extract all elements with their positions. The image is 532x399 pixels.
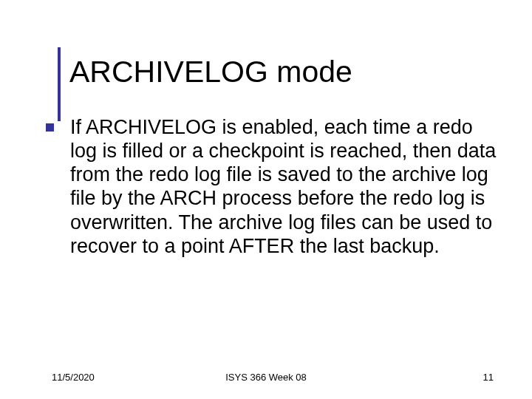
footer-course: ISYS 366 Week 08 <box>0 372 532 383</box>
bullet-item: If ARCHIVELOG is enabled, each time a re… <box>46 115 504 258</box>
slide-title: ARCHIVELOG mode <box>69 55 352 89</box>
body-block: If ARCHIVELOG is enabled, each time a re… <box>46 115 504 258</box>
slide: ARCHIVELOG mode If ARCHIVELOG is enabled… <box>0 0 532 399</box>
footer-page-number: 11 <box>483 372 494 383</box>
body-text: If ARCHIVELOG is enabled, each time a re… <box>70 115 504 258</box>
square-bullet-icon <box>46 123 54 132</box>
title-block: ARCHIVELOG mode <box>69 55 352 89</box>
accent-rule <box>58 47 61 121</box>
